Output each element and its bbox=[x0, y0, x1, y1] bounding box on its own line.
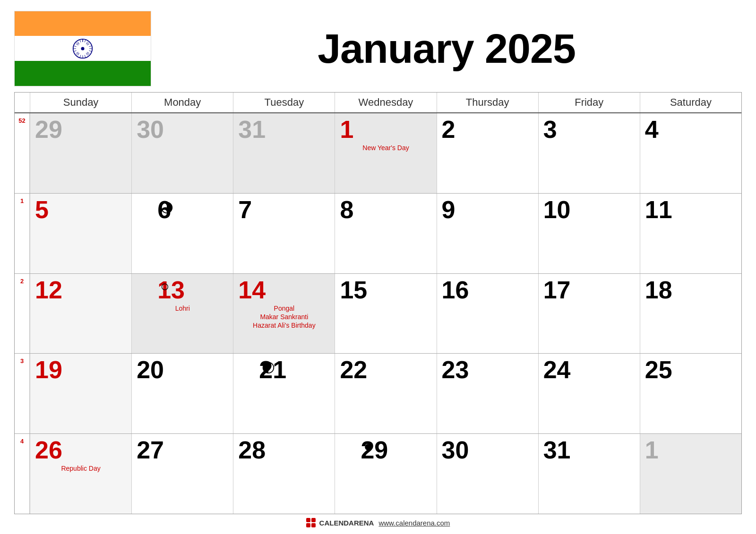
flag-orange-stripe bbox=[15, 11, 151, 36]
day-cell: 1 bbox=[640, 434, 741, 514]
logo-icon bbox=[306, 518, 316, 527]
day-cell: 15 bbox=[335, 274, 436, 354]
india-flag bbox=[14, 11, 151, 86]
day-cell: 9 bbox=[437, 194, 538, 273]
day-number: 1 bbox=[645, 438, 659, 462]
day-cell: 8 bbox=[335, 194, 436, 273]
day-number: 2 bbox=[442, 117, 455, 142]
day-cell: 19 bbox=[30, 354, 131, 433]
header-thursday: Thursday bbox=[437, 93, 538, 112]
week-row: 426Republic Day2728●2930311 bbox=[15, 434, 741, 514]
day-cell: 27 bbox=[131, 434, 233, 514]
header: January 2025 bbox=[14, 9, 742, 87]
header-wednesday: Wednesday bbox=[335, 93, 436, 112]
day-cell: ◑6 bbox=[131, 194, 233, 273]
week-row: 15◑67891011 bbox=[15, 194, 741, 274]
header-tuesday: Tuesday bbox=[233, 93, 335, 112]
header-friday: Friday bbox=[538, 93, 640, 112]
calendar-body: 522930311New Year's Day23415◑67891011212… bbox=[15, 113, 741, 514]
day-number: 31 bbox=[543, 438, 571, 462]
day-cell: ●29 bbox=[335, 434, 436, 514]
day-number: 4 bbox=[645, 117, 659, 142]
day-cell: 20 bbox=[131, 354, 233, 433]
week-number: 3 bbox=[15, 354, 30, 433]
day-cell: 25 bbox=[640, 354, 741, 433]
day-number: 10 bbox=[543, 197, 571, 222]
day-number: 8 bbox=[340, 197, 353, 222]
day-cell: 18 bbox=[640, 274, 741, 354]
day-cell: 30 bbox=[131, 113, 233, 193]
day-number: 19 bbox=[35, 357, 62, 382]
day-number: 30 bbox=[137, 117, 164, 142]
day-number: 14 bbox=[238, 278, 266, 302]
week-number: 2 bbox=[15, 274, 30, 354]
svg-line-13 bbox=[89, 45, 92, 46]
svg-line-11 bbox=[85, 39, 86, 42]
holiday-label: New Year's Day bbox=[340, 144, 431, 152]
day-cell: 26Republic Day bbox=[30, 434, 131, 514]
day-cell: 5 bbox=[30, 194, 131, 273]
logo-text: CALENDARENA bbox=[319, 519, 374, 527]
header-sunday: Sunday bbox=[30, 93, 131, 112]
moon-phase-icon: ◐ bbox=[262, 357, 275, 375]
svg-line-16 bbox=[74, 45, 77, 46]
holiday-label: Republic Day bbox=[35, 464, 127, 473]
day-number: 7 bbox=[238, 197, 252, 222]
svg-point-1 bbox=[81, 47, 84, 50]
week-num-header bbox=[15, 93, 30, 112]
week-row: 522930311New Year's Day234 bbox=[15, 113, 741, 194]
ashoka-chakra-icon bbox=[72, 38, 93, 59]
header-saturday: Saturday bbox=[640, 93, 741, 112]
day-cell: 23 bbox=[437, 354, 538, 433]
day-number: 23 bbox=[442, 357, 469, 382]
day-cell: 29 bbox=[30, 113, 131, 193]
day-number: 18 bbox=[645, 278, 672, 302]
day-number: 15 bbox=[340, 278, 367, 302]
svg-line-18 bbox=[80, 39, 81, 42]
day-cell: 11 bbox=[640, 194, 741, 273]
calendar-grid: Sunday Monday Tuesday Wednesday Thursday… bbox=[14, 92, 742, 514]
day-number: 20 bbox=[137, 357, 164, 382]
day-headers-row: Sunday Monday Tuesday Wednesday Thursday… bbox=[15, 93, 741, 113]
day-number: 29 bbox=[35, 117, 62, 142]
logo-sq-3 bbox=[306, 523, 310, 527]
day-cell: 31 bbox=[538, 434, 640, 514]
logo-sq-1 bbox=[306, 518, 310, 522]
day-cell: 28 bbox=[233, 434, 335, 514]
day-cell: 14Pongal Makar Sankranti Hazarat Ali's B… bbox=[233, 274, 335, 354]
calendarena-logo: CALENDARENA bbox=[306, 518, 374, 527]
day-cell: 3 bbox=[538, 113, 640, 193]
day-number: 30 bbox=[442, 438, 469, 462]
day-cell: 24 bbox=[538, 354, 640, 433]
day-cell: 31 bbox=[233, 113, 335, 193]
month-year-title: January 2025 bbox=[151, 25, 742, 73]
footer: CALENDARENA www.calendarena.com bbox=[14, 514, 742, 529]
footer-link[interactable]: www.calendarena.com bbox=[378, 519, 450, 527]
day-cell: 12 bbox=[30, 274, 131, 354]
moon-phase-icon: ● bbox=[363, 438, 372, 455]
day-number: 25 bbox=[645, 357, 672, 382]
day-number: 27 bbox=[137, 438, 164, 462]
day-number: 11 bbox=[645, 197, 672, 222]
day-number: 3 bbox=[543, 117, 557, 142]
calendar-page: January 2025 Sunday Monday Tuesday Wedne… bbox=[0, 0, 756, 534]
day-number: 22 bbox=[340, 357, 367, 382]
svg-line-15 bbox=[89, 51, 92, 51]
day-cell: 10 bbox=[538, 194, 640, 273]
moon-phase-icon: ◑ bbox=[160, 197, 173, 215]
day-cell: 22 bbox=[335, 354, 436, 433]
day-cell: 7 bbox=[233, 194, 335, 273]
day-number: 26 bbox=[35, 438, 62, 462]
day-cell: 17 bbox=[538, 274, 640, 354]
day-cell: 30 bbox=[437, 434, 538, 514]
header-monday: Monday bbox=[131, 93, 233, 112]
day-number: 24 bbox=[543, 357, 571, 382]
day-cell: ○13Lohri bbox=[131, 274, 233, 354]
logo-sq-2 bbox=[311, 518, 316, 522]
day-number: 16 bbox=[442, 278, 469, 302]
logo-sq-4 bbox=[311, 523, 316, 527]
day-cell: 2 bbox=[437, 113, 538, 193]
day-number: 1 bbox=[340, 117, 353, 142]
day-cell: 1New Year's Day bbox=[335, 113, 436, 193]
flag-green-stripe bbox=[15, 61, 151, 86]
